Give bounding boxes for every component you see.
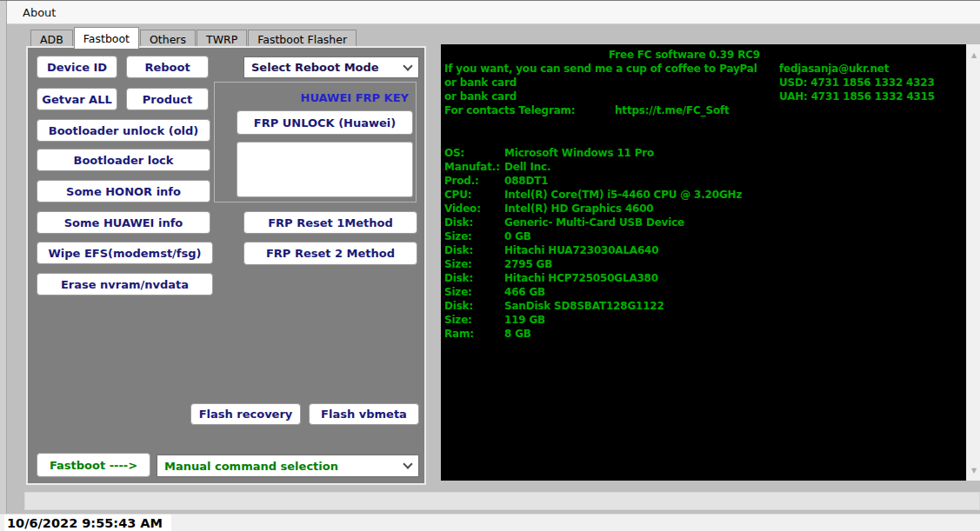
bootloader-lock-button[interactable]: Bootloader lock: [37, 149, 210, 171]
frp-reset-2-button[interactable]: FRP Reset 2 Method: [243, 242, 417, 265]
info-value: 088DT1: [504, 174, 548, 188]
fastboot-arrow-button[interactable]: Fastboot ---->: [37, 453, 150, 477]
flash-recovery-button[interactable]: Flash recovery: [190, 403, 301, 425]
console-spacer: [441, 117, 966, 146]
huawei-frp-key-group: HUAWEI FRP KEY FRP UNLOCK (Huawei): [214, 82, 417, 202]
info-value: Microsoft Windows 11 Pro: [504, 146, 654, 160]
info-value: Hitachi HCP725050GLA380: [504, 271, 658, 285]
info-value: Intel(R) HD Graphics 4600: [504, 202, 654, 216]
progress-bar: [24, 492, 980, 510]
frp-key-output-box[interactable]: [237, 142, 413, 197]
menu-bar: About: [7, 1, 980, 24]
chevron-down-icon: [403, 61, 412, 70]
reboot-button[interactable]: Reboot: [126, 56, 209, 78]
info-value: 8 GB: [504, 327, 531, 341]
info-label: Prod.:: [444, 174, 479, 188]
reboot-mode-select[interactable]: Select Reboot Mode: [243, 56, 419, 78]
info-label: Disk:: [444, 243, 473, 257]
info-label: Ram:: [444, 327, 474, 341]
status-bar: 10/6/2022 9:55:43 AM: [0, 514, 980, 531]
contacts-label: For contacts Telegram:: [444, 103, 575, 117]
menu-about[interactable]: About: [16, 4, 63, 21]
donation-line: or bank card: [444, 76, 517, 90]
uah-card-number: UAH: 4731 1856 1332 4315: [779, 90, 935, 103]
telegram-url: https://t.me/FC_Soft: [615, 103, 729, 117]
some-huawei-info-button[interactable]: Some HUAWEI info: [37, 211, 210, 234]
info-label: Video:: [444, 202, 481, 216]
chevron-down-icon: [403, 459, 412, 468]
manual-command-select[interactable]: Manual command selection: [157, 455, 419, 477]
scroll-up-icon[interactable]: ▲: [967, 48, 980, 62]
info-value: 119 GB: [504, 313, 545, 327]
wipe-efs-button[interactable]: Wipe EFS(modemst/fsg): [37, 242, 213, 264]
getvar-all-button[interactable]: Getvar ALL: [37, 88, 117, 110]
paypal-email: fedjasanja@ukr.net: [779, 62, 889, 76]
status-datetime: 10/6/2022 9:55:43 AM: [4, 514, 171, 531]
info-value: Dell Inc.: [504, 160, 550, 174]
console-output: Free FC software 0.39 RC9 If you want, y…: [441, 44, 966, 481]
donation-line: or bank card: [444, 90, 517, 103]
info-value: Generic- Multi-Card USB Device: [504, 216, 684, 229]
info-label: Disk:: [444, 299, 473, 313]
fastboot-control-panel: Device ID Reboot Getvar ALL Product Boot…: [26, 46, 426, 485]
app-window: About ADB Fastboot Others TWRP Fastboot …: [0, 0, 980, 531]
product-button[interactable]: Product: [126, 88, 209, 110]
info-label: Size:: [444, 257, 472, 271]
info-label: Size:: [444, 313, 472, 327]
device-id-button[interactable]: Device ID: [37, 56, 117, 78]
console-title: Free FC software 0.39 RC9: [609, 48, 760, 62]
info-label: Size:: [444, 229, 472, 243]
window-edge-strip: [0, 1, 7, 531]
manual-command-selected-value: Manual command selection: [164, 460, 338, 473]
console-scrollbar[interactable]: ▲ ▼: [966, 44, 980, 481]
frp-reset-1-button[interactable]: FRP Reset 1Method: [243, 211, 417, 234]
reboot-mode-selected-value: Select Reboot Mode: [251, 61, 379, 74]
info-value: 0 GB: [504, 229, 531, 243]
info-value: 2795 GB: [504, 257, 552, 271]
erase-nvram-button[interactable]: Erase nvram/nvdata: [37, 273, 213, 295]
info-value: Intel(R) Core(TM) i5-4460 CPU @ 3.20GHz: [504, 188, 742, 202]
info-label: CPU:: [444, 188, 471, 202]
info-value: 466 GB: [504, 285, 545, 299]
tab-fastboot[interactable]: Fastboot: [74, 27, 139, 49]
flash-vbmeta-button[interactable]: Flash vbmeta: [309, 403, 419, 425]
info-label: Manufat.:: [444, 160, 500, 174]
scroll-down-icon[interactable]: ▼: [967, 463, 980, 477]
some-honor-info-button[interactable]: Some HONOR info: [37, 180, 210, 202]
info-value: SanDisk SD8SBAT128G1122: [504, 299, 664, 313]
info-label: Disk:: [444, 271, 473, 285]
bootloader-unlock-old-button[interactable]: Bootloader unlock (old): [37, 119, 210, 142]
frp-unlock-huawei-button[interactable]: FRP UNLOCK (Huawei): [237, 110, 413, 135]
info-value: Hitachi HUA723030ALA640: [504, 243, 658, 257]
donation-line: If you want, you can send me a cup of co…: [444, 62, 757, 76]
huawei-frp-key-label: HUAWEI FRP KEY: [301, 91, 409, 104]
info-label: OS:: [444, 146, 464, 160]
usd-card-number: USD: 4731 1856 1332 4323: [779, 76, 935, 90]
info-label: Disk:: [444, 216, 473, 229]
info-label: Size:: [444, 285, 472, 299]
